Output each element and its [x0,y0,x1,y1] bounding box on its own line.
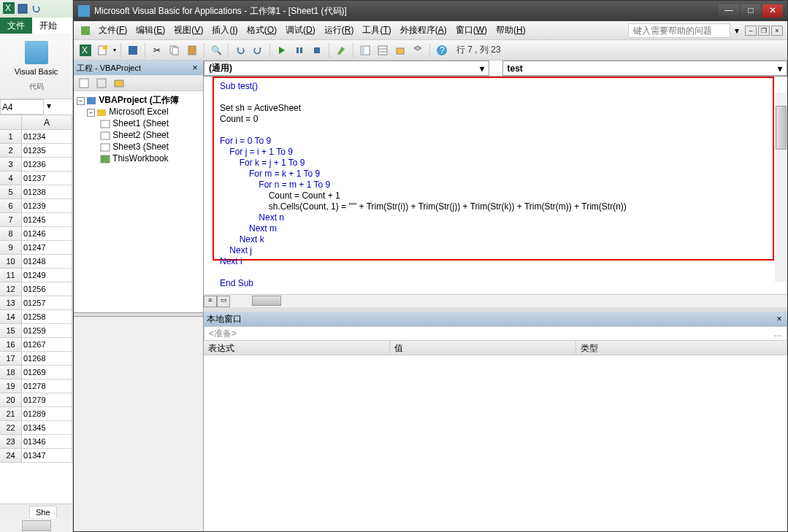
code-text[interactable]: Sub test() Set sh = ActiveSheet Count = … [220,81,767,289]
menu-item[interactable]: 视图(V) [169,23,207,37]
code-vertical-scrollbar[interactable] [775,93,787,282]
find-icon[interactable]: 🔍 [209,43,223,58]
project-tree[interactable]: − VBAProject (工作簿 − Microsoft Excel Shee… [74,91,203,312]
mdi-close-button[interactable]: × [771,26,783,36]
tree-item[interactable]: ThisWorkbook [77,153,200,164]
dropdown-arrow-icon[interactable]: ▾ [113,47,116,53]
cell[interactable]: 01346 [22,435,72,449]
grid-row[interactable]: 2001279 [0,393,72,407]
help-search-dropdown-icon[interactable]: ▾ [735,26,739,36]
grid-row[interactable]: 201235 [0,144,72,158]
locals-more-icon[interactable]: … [773,328,782,339]
excel-horizontal-scrollbar[interactable] [0,520,72,532]
view-code-icon[interactable] [77,76,91,90]
row-header[interactable]: 14 [0,310,22,324]
properties-icon[interactable] [375,43,390,58]
row-header[interactable]: 1 [0,130,22,144]
code-editor[interactable]: Sub test() Set sh = ActiveSheet Count = … [204,77,787,294]
project-explorer-close-icon[interactable]: × [190,63,200,73]
tree-project-root[interactable]: − VBAProject (工作簿 [77,94,200,106]
grid-row[interactable]: 501238 [0,185,72,199]
grid-row[interactable]: 2101289 [0,407,72,421]
cell[interactable]: 01268 [22,352,72,366]
row-header[interactable]: 16 [0,338,22,352]
row-header[interactable]: 15 [0,324,22,338]
menu-item[interactable]: 窗口(W) [451,23,491,37]
row-header[interactable]: 6 [0,199,22,213]
minimize-button[interactable]: — [719,4,739,18]
cell[interactable]: 01347 [22,449,72,463]
help-icon[interactable]: ? [435,43,449,58]
save-icon[interactable] [126,43,140,58]
menu-item[interactable]: 调试(D) [281,23,320,37]
locals-col-type[interactable]: 类型 [576,341,787,355]
row-header[interactable]: 5 [0,185,22,199]
cell[interactable]: 01258 [22,310,72,324]
menu-item[interactable]: 帮助(H) [491,23,530,37]
tree-item[interactable]: Sheet2 (Sheet [77,129,200,141]
row-header[interactable]: 11 [0,269,22,282]
run-icon[interactable] [275,43,289,58]
locals-close-icon[interactable]: × [774,314,784,324]
sheet-tab[interactable]: She [29,506,57,518]
row-header[interactable]: 20 [0,393,22,407]
tree-item[interactable]: Sheet3 (Sheet [77,141,200,153]
grid-row[interactable]: 1501259 [0,324,72,338]
row-header[interactable]: 12 [0,282,22,296]
grid-row[interactable]: 1801269 [0,366,72,379]
grid-row[interactable]: 1701268 [0,352,72,366]
insert-module-icon[interactable] [96,43,110,58]
visual-basic-icon[interactable] [25,41,48,64]
grid-row[interactable]: 401237 [0,171,72,185]
row-header[interactable]: 13 [0,296,22,310]
grid-row[interactable]: 801246 [0,227,72,241]
cell[interactable]: 01245 [22,213,72,227]
menu-item[interactable]: 编辑(E) [131,23,169,37]
cell[interactable]: 01269 [22,366,72,379]
grid-row[interactable]: 1201256 [0,282,72,296]
menu-item[interactable]: 插入(I) [207,23,242,37]
locals-col-expression[interactable]: 表达式 [204,341,390,355]
help-search-input[interactable] [628,23,730,38]
mdi-minimize-button[interactable]: – [745,26,757,36]
grid-row[interactable]: 2401347 [0,449,72,463]
procedure-dropdown[interactable]: test▾ [502,61,788,76]
procedure-view-toggle[interactable]: ≡ [204,296,217,307]
grid-row[interactable]: 2301346 [0,435,72,449]
grid-row[interactable]: 101234 [0,130,72,144]
row-header[interactable]: 10 [0,255,22,269]
locals-body[interactable] [204,355,787,509]
mdi-restore-button[interactable]: ❐ [758,26,770,36]
row-header[interactable]: 7 [0,213,22,227]
cell[interactable]: 01249 [22,269,72,282]
grid-row[interactable]: 901247 [0,241,72,255]
row-header[interactable]: 2 [0,144,22,158]
view-object-icon[interactable] [94,76,109,90]
select-all-corner[interactable] [0,115,22,129]
locals-titlebar[interactable]: 本地窗口 × [204,312,787,326]
cell[interactable]: 01238 [22,185,72,199]
cell[interactable]: 01278 [22,379,72,393]
cell[interactable]: 01345 [22,421,72,435]
grid-row[interactable]: 601239 [0,199,72,213]
row-header[interactable]: 22 [0,421,22,435]
menu-item[interactable]: 格式(O) [242,23,281,37]
cell[interactable]: 01256 [22,282,72,296]
toggle-folders-icon[interactable] [112,76,126,90]
menu-item[interactable]: 外接程序(A) [396,23,451,37]
grid-row[interactable]: 1601267 [0,338,72,352]
cell[interactable]: 01257 [22,296,72,310]
cell[interactable]: 01246 [22,227,72,241]
menu-item[interactable]: 工具(T) [358,23,395,37]
view-excel-icon[interactable]: X [78,43,93,58]
cell[interactable]: 01247 [22,241,72,255]
reset-icon[interactable] [310,43,324,58]
cell[interactable]: 01259 [22,324,72,338]
row-header[interactable]: 19 [0,379,22,393]
toolbox-icon[interactable] [410,43,425,58]
undo-icon[interactable] [233,43,248,58]
row-header[interactable]: 23 [0,435,22,449]
redo-icon[interactable] [250,43,265,58]
save-icon[interactable] [18,4,28,14]
grid-row[interactable]: 701245 [0,213,72,227]
